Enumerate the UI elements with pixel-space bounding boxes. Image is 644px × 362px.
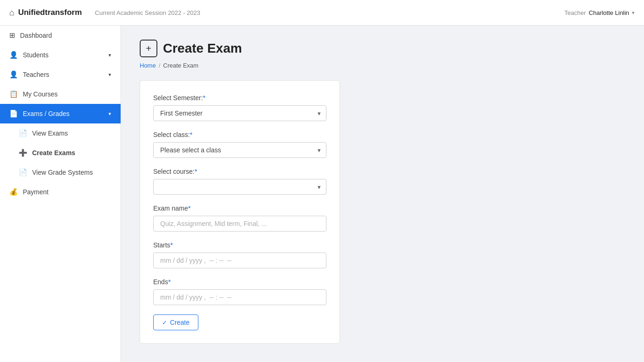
brand-area: ⌂ Unifiedtransform Current Academic Sess…: [9, 8, 200, 18]
class-select[interactable]: Please select a class: [153, 142, 326, 158]
breadcrumb-current: Create Exam: [163, 62, 198, 69]
course-label: Select course:*: [153, 167, 326, 175]
create-exam-form-card: Select Semester:* First Semester Second …: [140, 80, 340, 344]
breadcrumb-separator: /: [159, 62, 161, 69]
page-title-icon-box: +: [140, 40, 157, 57]
sidebar-item-dashboard[interactable]: ⊞ Dashboard: [0, 26, 121, 45]
ends-input[interactable]: [153, 289, 326, 305]
exam-name-required: *: [188, 204, 191, 212]
breadcrumb-home[interactable]: Home: [140, 62, 156, 69]
home-icon: ⌂: [9, 8, 14, 18]
starts-required: *: [170, 241, 173, 249]
ends-group: Ends*: [153, 278, 326, 305]
semester-group: Select Semester:* First Semester Second …: [153, 94, 326, 121]
session-label: Current Academic Session 2022 - 2023: [95, 9, 200, 16]
exams-grades-caret: ▾: [108, 111, 111, 117]
view-exams-icon: 📄: [19, 129, 27, 137]
sidebar-label-view-grade-systems: View Grade Systems: [32, 169, 111, 176]
user-area: Teacher Charlotte Linlin ▾: [564, 9, 635, 16]
payment-icon: 💰: [9, 188, 18, 196]
exam-name-label: Exam name*: [153, 204, 326, 212]
class-required: *: [190, 130, 193, 138]
exam-name-group: Exam name*: [153, 204, 326, 232]
sidebar-label-payment: Payment: [23, 188, 111, 196]
semester-label: Select Semester:*: [153, 94, 326, 102]
main-content: + Create Exam Home / Create Exam Select …: [121, 26, 644, 362]
sidebar-label-create-exams: Create Exams: [32, 149, 111, 157]
dashboard-icon: ⊞: [9, 31, 15, 40]
course-select[interactable]: [153, 179, 326, 195]
teachers-caret: ▾: [108, 72, 111, 78]
ends-label: Ends*: [153, 278, 326, 286]
top-navbar: ⌂ Unifiedtransform Current Academic Sess…: [0, 0, 644, 26]
create-button-check-icon: ✓: [162, 319, 167, 326]
class-group: Select class:* Please select a class: [153, 130, 326, 158]
sidebar-item-students[interactable]: 👤 Students ▾: [0, 45, 121, 65]
semester-select-wrapper: First Semester Second Semester: [153, 105, 326, 121]
sidebar-label-view-exams: View Exams: [32, 130, 111, 137]
students-caret: ▾: [108, 52, 111, 58]
course-required: *: [195, 167, 197, 175]
sidebar-item-view-exams[interactable]: 📄 View Exams: [0, 123, 121, 143]
sidebar-item-payment[interactable]: 💰 Payment: [0, 182, 121, 202]
my-courses-icon: 📋: [9, 90, 18, 98]
page-title-row: + Create Exam: [140, 40, 625, 57]
create-exams-icon: ➕: [19, 149, 27, 157]
course-select-wrapper: [153, 179, 326, 195]
main-layout: ⊞ Dashboard 👤 Students ▾ 👤 Teachers ▾ 📋 …: [0, 26, 644, 362]
breadcrumb: Home / Create Exam: [140, 62, 625, 69]
exam-name-input[interactable]: [153, 216, 326, 232]
brand-name: Unifiedtransform: [18, 8, 82, 17]
course-group: Select course:*: [153, 167, 326, 195]
page-title: Create Exam: [163, 41, 242, 56]
semester-select[interactable]: First Semester Second Semester: [153, 105, 326, 121]
sidebar-item-my-courses[interactable]: 📋 My Courses: [0, 84, 121, 104]
sidebar-item-exams-grades[interactable]: 📄 Exams / Grades ▾: [0, 104, 121, 123]
students-icon: 👤: [9, 51, 18, 59]
view-grade-systems-icon: 📄: [19, 168, 27, 177]
create-button-label: Create: [170, 319, 190, 326]
sidebar-item-view-grade-systems[interactable]: 📄 View Grade Systems: [0, 163, 121, 182]
user-name: Charlotte Linlin: [589, 9, 629, 16]
sidebar-label-my-courses: My Courses: [23, 90, 111, 98]
sidebar-label-exams-grades: Exams / Grades: [23, 110, 104, 117]
create-button[interactable]: ✓ Create: [153, 314, 198, 330]
class-label: Select class:*: [153, 130, 326, 138]
sidebar-label-teachers: Teachers: [23, 71, 104, 78]
sidebar: ⊞ Dashboard 👤 Students ▾ 👤 Teachers ▾ 📋 …: [0, 26, 121, 362]
plus-icon: +: [146, 43, 151, 54]
starts-label: Starts*: [153, 241, 326, 249]
user-role: Teacher: [564, 9, 586, 16]
starts-input[interactable]: [153, 253, 326, 268]
ends-required: *: [168, 278, 171, 286]
starts-group: Starts*: [153, 241, 326, 268]
sidebar-label-dashboard: Dashboard: [20, 32, 111, 39]
class-select-wrapper: Please select a class: [153, 142, 326, 158]
user-menu-caret[interactable]: ▾: [632, 10, 635, 16]
sidebar-item-create-exams[interactable]: ➕ Create Exams: [0, 143, 121, 163]
sidebar-label-students: Students: [23, 51, 104, 59]
sidebar-item-teachers[interactable]: 👤 Teachers ▾: [0, 65, 121, 84]
teachers-icon: 👤: [9, 70, 18, 79]
semester-required: *: [203, 94, 206, 102]
exams-grades-icon: 📄: [9, 109, 18, 118]
